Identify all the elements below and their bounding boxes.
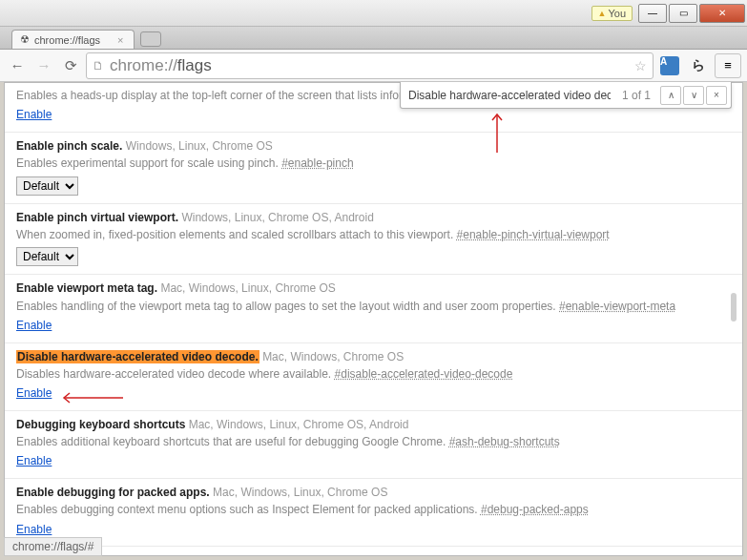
- url-text: chrome://flags: [110, 56, 212, 75]
- address-bar[interactable]: 🗋 chrome://flags ☆: [86, 52, 654, 79]
- close-window-button[interactable]: ✕: [699, 4, 745, 23]
- new-tab-button[interactable]: [140, 31, 161, 47]
- find-close-button[interactable]: ×: [706, 86, 727, 105]
- flag-title: Enable viewport meta tag.: [16, 281, 157, 295]
- page-content: Enables a heads-up display at the top-le…: [4, 82, 743, 556]
- extension-button[interactable]: ら: [686, 53, 711, 78]
- flag-select[interactable]: Default: [16, 176, 78, 196]
- flag-desc: Enables experimental support for scale u…: [16, 156, 731, 172]
- flag-enable-link[interactable]: Enable: [16, 522, 52, 538]
- translate-button[interactable]: A: [657, 53, 682, 78]
- flag-enable-link[interactable]: Enable: [16, 107, 52, 123]
- scrollbar-thumb[interactable]: [731, 293, 737, 321]
- flag-anchor[interactable]: #enable-pinch: [281, 156, 353, 170]
- menu-button[interactable]: ≡: [715, 53, 741, 78]
- flag-platforms: Mac, Windows, Linux, Chrome OS: [160, 281, 335, 295]
- flag-desc: Enables handling of the viewport meta ta…: [16, 299, 731, 315]
- status-bar: chrome://flags/#: [4, 537, 102, 556]
- back-button[interactable]: ←: [6, 54, 29, 77]
- flag-platforms: Windows, Linux, Chrome OS, Android: [181, 211, 373, 224]
- flag-enable-link[interactable]: Enable: [16, 385, 52, 402]
- find-prev-button[interactable]: ∧: [660, 86, 681, 105]
- flag-anchor[interactable]: #enable-viewport-meta: [559, 300, 675, 313]
- flag-item: Enable pinch virtual viewport. Windows, …: [5, 204, 742, 276]
- you-label: You: [608, 8, 626, 19]
- tab-strip: ☢ chrome://flags ×: [0, 27, 747, 50]
- flag-item: Debugging keyboard shortcuts Mac, Window…: [5, 411, 742, 479]
- toolbar: ← → ⟳ 🗋 chrome://flags ☆ A ら ≡: [0, 50, 747, 82]
- flag-anchor[interactable]: #enable-pinch-virtual-viewport: [457, 228, 610, 241]
- translate-icon: A: [660, 56, 679, 75]
- flag-item: Disable hardware-accelerated video decod…: [5, 343, 742, 411]
- warning-icon: ▲: [598, 9, 607, 18]
- flag-desc: When zoomed in, fixed-position elements …: [16, 227, 731, 243]
- flags-list[interactable]: Enables a heads-up display at the top-le…: [5, 83, 742, 555]
- flag-item: Enable viewport meta tag. Mac, Windows, …: [5, 275, 742, 342]
- flag-anchor[interactable]: #disable-accelerated-video-decode: [335, 367, 513, 381]
- flag-title: Enable pinch scale.: [16, 139, 122, 153]
- find-count: 1 of 1: [614, 89, 658, 102]
- flag-desc: Enables debugging context menu options s…: [16, 502, 731, 518]
- find-input[interactable]: [405, 87, 614, 104]
- page-icon: 🗋: [93, 59, 104, 73]
- flag-item: Enable password generation. Mac, Windows…: [5, 547, 742, 555]
- flag-title: Debugging keyboard shortcuts: [16, 418, 185, 431]
- maximize-button[interactable]: ▭: [669, 4, 697, 23]
- find-bar: 1 of 1 ∧ ∨ ×: [400, 82, 732, 109]
- flag-title: Enable debugging for packed apps.: [16, 486, 210, 499]
- flag-title-highlighted: Disable hardware-accelerated video decod…: [16, 350, 259, 363]
- flag-platforms: Mac, Windows, Linux, Chrome OS: [213, 486, 387, 499]
- tab-close-icon[interactable]: ×: [117, 34, 123, 46]
- reload-button[interactable]: ⟳: [59, 54, 82, 77]
- flag-platforms: Mac, Windows, Linux, Chrome OS, Android: [189, 418, 409, 431]
- arrow-icon: [58, 391, 125, 404]
- bookmark-star-icon[interactable]: ☆: [634, 58, 647, 73]
- you-badge[interactable]: ▲ You: [591, 6, 633, 21]
- flag-platforms: Windows, Linux, Chrome OS: [126, 139, 273, 153]
- flag-anchor[interactable]: #ash-debug-shortcuts: [449, 435, 560, 448]
- flag-desc: Enables additional keyboard shortcuts th…: [16, 434, 731, 450]
- flag-item: Enable pinch scale. Windows, Linux, Chro…: [5, 133, 742, 204]
- browser-tab[interactable]: ☢ chrome://flags ×: [11, 30, 135, 49]
- flag-enable-link[interactable]: Enable: [16, 453, 52, 469]
- window-titlebar: ▲ You — ▭ ✕: [0, 0, 747, 27]
- flag-platforms: Mac, Windows, Linux, Chrome OS, Android: [178, 553, 399, 555]
- forward-button[interactable]: →: [32, 54, 55, 77]
- radiation-icon: ☢: [20, 33, 30, 46]
- tab-title: chrome://flags: [34, 34, 100, 46]
- flag-desc: Disables hardware-accelerated video deco…: [16, 366, 731, 383]
- flag-select[interactable]: Default: [16, 247, 78, 266]
- find-next-button[interactable]: ∨: [683, 86, 704, 105]
- minimize-button[interactable]: —: [638, 4, 667, 23]
- flag-anchor[interactable]: #debug-packed-apps: [481, 503, 589, 516]
- flag-enable-link[interactable]: Enable: [16, 318, 52, 334]
- flag-title: Enable pinch virtual viewport.: [16, 211, 178, 224]
- flag-item: Enable debugging for packed apps. Mac, W…: [5, 479, 742, 547]
- flag-platforms: Mac, Windows, Chrome OS: [262, 350, 404, 363]
